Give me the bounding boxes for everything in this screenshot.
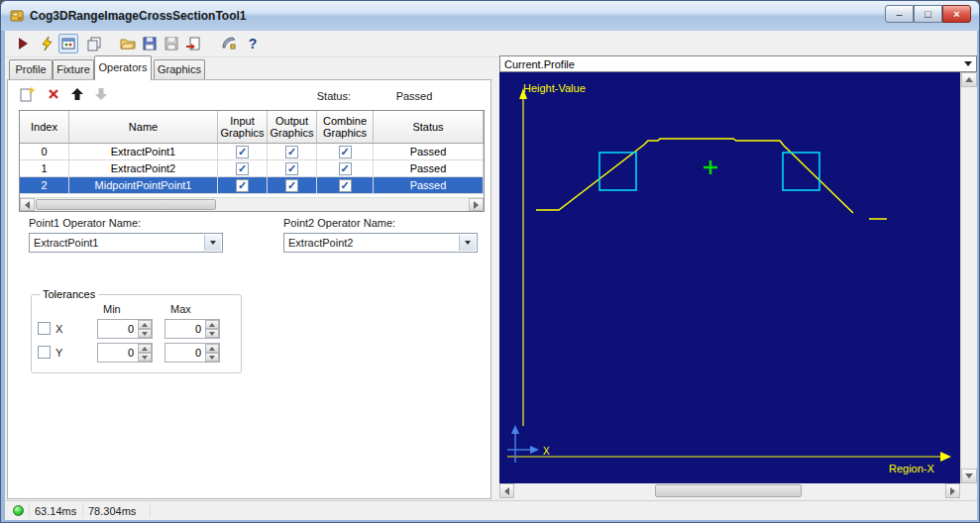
table-hscrollbar[interactable] [20,197,484,211]
spinner-up-icon[interactable] [138,344,152,353]
x-axis-arrow-icon [940,452,951,462]
window-controls: – □ × [885,5,971,23]
output-graphics-checkbox[interactable] [285,162,298,175]
maximize-button[interactable]: □ [914,5,942,23]
point1-operator-label: Point1 Operator Name: [29,217,141,229]
chevron-down-icon[interactable] [204,235,221,251]
input-graphics-checkbox[interactable] [236,162,249,175]
open-icon[interactable] [118,34,138,53]
spinner-up-icon[interactable] [205,344,219,353]
region-box-left[interactable] [599,153,636,190]
col-name[interactable]: Name [69,111,218,144]
scroll-down-icon[interactable] [961,469,977,483]
tab-operators[interactable]: Operators [94,55,152,80]
import-icon[interactable] [183,34,203,53]
scroll-left-icon[interactable] [499,483,514,498]
scroll-thumb[interactable] [655,484,802,497]
tab-profile[interactable]: Profile [9,59,53,79]
record-display-icon[interactable] [58,34,78,53]
spinner-up-icon[interactable] [205,320,219,329]
spinner-down-icon[interactable] [138,353,152,362]
input-graphics-checkbox[interactable] [236,146,249,158]
status-led-icon [13,505,24,516]
tolerance-y-max-spinner[interactable]: 0 [164,343,220,363]
move-down-icon[interactable] [91,84,111,104]
combine-graphics-checkbox[interactable] [339,162,352,175]
spinner-down-icon[interactable] [205,353,219,362]
spinner-value[interactable]: 0 [98,320,137,338]
point2-operator-combobox[interactable]: ExtractPoint2 [283,233,478,253]
spinner-value[interactable]: 0 [165,320,204,338]
output-graphics-checkbox[interactable] [285,146,298,158]
minimize-button[interactable]: – [885,5,914,23]
operator-table: Index Name Input Graphics Output Graphic… [19,110,485,212]
scroll-up-icon[interactable] [961,72,977,87]
run-icon[interactable] [13,34,33,53]
help-icon[interactable]: ? [243,34,263,53]
tolerance-y-checkbox[interactable] [38,346,51,359]
col-status[interactable]: Status [374,111,484,144]
col-combine-graphics[interactable]: Combine Graphics [317,111,374,144]
tab-graphics[interactable]: Graphics [154,59,205,79]
display-hscrollbar[interactable] [499,483,960,498]
save-as-icon[interactable] [162,34,181,53]
scroll-thumb[interactable] [36,199,216,210]
spinner-value[interactable]: 0 [98,344,137,362]
chevron-down-icon[interactable] [459,235,476,251]
profile-line [536,139,853,213]
spinner-value[interactable]: 0 [165,344,204,362]
close-button[interactable]: × [942,5,971,23]
x-axis-label: Region-X [889,463,935,474]
cell-name: ExtractPoint1 [69,144,218,160]
cell-index: 2 [20,177,69,194]
scroll-right-icon[interactable] [469,198,484,211]
tolerances-title: Tolerances [40,288,98,300]
record-selector-combobox[interactable]: Current.Profile [499,55,977,72]
move-up-icon[interactable] [67,84,87,104]
delete-operator-icon[interactable] [44,84,63,104]
scroll-right-icon[interactable] [945,483,960,498]
titlebar[interactable]: Cog3DRangeImageCrossSectionTool1 – □ × [1,1,979,31]
combine-graphics-checkbox[interactable] [339,146,352,158]
spinner-down-icon[interactable] [205,329,219,338]
region-box-right[interactable] [783,153,819,190]
tab-fixture[interactable]: Fixture [53,59,94,79]
col-index[interactable]: Index [20,111,69,144]
point2-operator-label: Point2 Operator Name: [283,217,395,229]
col-output-graphics[interactable]: Output Graphics [268,111,317,144]
min-header: Min [103,303,121,315]
scroll-left-icon[interactable] [20,198,35,211]
record-selector-value: Current.Profile [504,58,575,70]
main-toolbar: ? [5,31,977,57]
point1-operator-combobox[interactable]: ExtractPoint1 [29,233,223,253]
combine-graphics-checkbox[interactable] [339,179,352,192]
minimize-icon: – [896,8,902,20]
output-graphics-checkbox[interactable] [285,179,298,192]
tolerance-y-min-spinner[interactable]: 0 [97,343,153,363]
tolerance-x-min-spinner[interactable]: 0 [97,319,153,339]
display-vscrollbar[interactable] [960,72,977,483]
tolerance-x-checkbox[interactable] [38,322,51,335]
table-row[interactable]: 0 ExtractPoint1 Passed [20,144,484,160]
chevron-down-icon [964,61,972,66]
statusbar: 63.14ms 78.304ms [5,500,977,520]
run-time: 63.14ms [35,505,76,517]
measure-icon[interactable] [219,34,239,53]
profile-chart: Height-Value Region-X X [499,72,960,483]
new-window-icon[interactable] [84,34,104,53]
input-graphics-checkbox[interactable] [236,179,249,192]
spinner-up-icon[interactable] [138,320,152,329]
table-row-selected[interactable]: 2 MidpointPointPoint1 Passed [20,177,484,194]
window-title: Cog3DRangeImageCrossSectionTool1 [30,9,246,23]
tolerance-x-max-spinner[interactable]: 0 [164,319,220,339]
add-operator-icon[interactable] [18,84,38,104]
col-input-graphics[interactable]: Input Graphics [218,111,268,144]
cell-name: ExtractPoint2 [69,160,218,177]
trigger-icon[interactable] [37,34,56,53]
y-axis-label: Height-Value [523,82,586,94]
table-row[interactable]: 1 ExtractPoint2 Passed [20,160,484,177]
spinner-down-icon[interactable] [138,329,152,338]
profile-display[interactable]: Height-Value Region-X X [499,72,960,483]
save-icon[interactable] [140,34,160,53]
tolerances-group: Tolerances Min Max X 0 0 Y 0 [31,294,242,373]
